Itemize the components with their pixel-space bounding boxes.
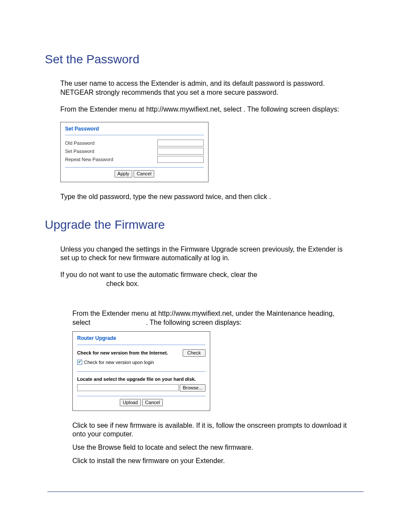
cancel-button-2[interactable]: Cancel [142,399,163,406]
text-nav-a: From the Extender menu at http://www.myw… [60,106,243,113]
upload-button[interactable]: Upload [120,399,141,406]
check-login-label: Check for new version upon login [84,359,154,365]
check-version-label: Check for new version from the Internet. [77,350,168,356]
locate-label: Locate and select the upgrade file on yo… [77,376,206,382]
footer-divider [47,492,364,492]
heading-upgrade-firmware: Upgrade the Firmware [45,217,364,233]
panel-title-router: Router Upgrade [77,335,206,342]
apply-button[interactable]: Apply [115,170,133,177]
para-intro: The user name to access the Extender is … [60,79,351,97]
text-fw-b: check box. [60,280,139,287]
old-password-label: Old Password [65,140,94,146]
heading-set-password: Set the Password [45,52,364,67]
repeat-password-label: Repeat New Password [65,156,113,162]
check-login-checkbox[interactable]: ✔ [77,360,82,365]
panel-title: Set Password [65,126,204,133]
repeat-password-input[interactable] [157,156,204,163]
step-3: Use the Browse field to locate and selec… [72,443,351,452]
set-password-input[interactable] [157,148,204,155]
cancel-button[interactable]: Cancel [134,170,154,177]
step-2: Click to see if new firmware is availabl… [72,421,351,439]
para-nav-instructions: From the Extender menu at http://www.myw… [60,105,351,114]
set-password-label: Set Password [65,148,94,154]
text-nav-b: . The following screen displays: [243,106,339,113]
para-firmware-intro: Unless you changed the settings in the F… [60,245,351,263]
divider [77,371,206,372]
divider [65,135,204,135]
upgrade-file-input[interactable] [77,384,179,391]
step-4: Click to install the new firmware on you… [72,457,351,466]
step-1: From the Extender menu at http://www.myw… [72,309,351,327]
para-type-old: Type the old password, type the new pass… [60,193,351,202]
check-button[interactable]: Check [183,349,206,357]
divider [77,396,206,396]
old-password-input[interactable] [157,140,204,146]
step1-text-b: . The following screen displays: [146,319,242,326]
router-upgrade-panel: Router Upgrade Check for new version fro… [72,331,210,411]
browse-button[interactable]: Browse... [180,384,206,392]
divider [65,167,204,168]
divider [77,345,206,345]
set-password-panel: Set Password Old Password Set Password R… [60,122,209,183]
text-fw-a: If you do not want to use the automatic … [60,271,257,278]
para-firmware-check: If you do not want to use the automatic … [60,271,351,289]
